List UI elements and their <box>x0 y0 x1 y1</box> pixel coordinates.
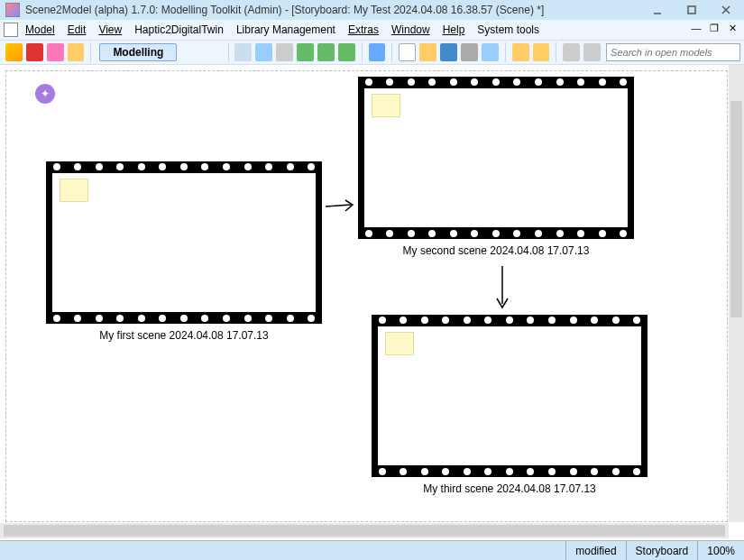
save-button[interactable] <box>440 43 457 61</box>
connector-arrow[interactable] <box>324 197 360 216</box>
menu-help[interactable]: Help <box>443 23 465 36</box>
maximize-button[interactable] <box>683 2 701 18</box>
mdi-minimize-button[interactable]: — <box>690 22 703 34</box>
menu-edit[interactable]: Edit <box>68 23 87 36</box>
frame-inner <box>51 172 317 313</box>
redo-button[interactable] <box>533 43 550 61</box>
canvas-area: ✦ My first scene 2024.04.08 17.07.13 My <box>0 65 744 538</box>
minimize-button[interactable] <box>648 2 666 18</box>
status-zoom[interactable]: 100% <box>697 541 744 560</box>
binoculars-list-button[interactable] <box>583 43 601 61</box>
frame-inner <box>377 326 642 466</box>
film-frame <box>46 161 322 324</box>
menu-system-tools[interactable]: System tools <box>477 23 539 36</box>
separator <box>391 42 392 62</box>
close-button[interactable] <box>717 2 735 18</box>
separator <box>90 42 91 62</box>
binoculars-button[interactable] <box>563 43 580 61</box>
toolbar: Modelling <box>0 40 744 65</box>
sticky-note-icon <box>372 94 400 117</box>
menu-haptic[interactable]: Haptic2DigitalTwin <box>134 23 224 36</box>
menu-model[interactable]: Model <box>25 23 55 36</box>
scene-node-first[interactable]: My first scene 2024.04.08 17.07.13 <box>46 161 322 342</box>
scene-caption: My second scene 2024.04.08 17.07.13 <box>358 244 634 257</box>
mdi-restore-button[interactable]: ❐ <box>708 22 721 34</box>
document-icon <box>4 23 18 37</box>
separator <box>362 42 363 62</box>
navigate-button[interactable] <box>369 43 386 61</box>
print-button[interactable] <box>461 43 478 61</box>
film-frame <box>358 77 634 239</box>
sticky-note-icon <box>385 332 414 355</box>
save-all-button[interactable] <box>482 43 499 61</box>
undo-button[interactable] <box>512 43 529 61</box>
film-frame <box>372 315 648 477</box>
menu-window[interactable]: Window <box>391 23 430 36</box>
frame-inner <box>363 87 629 228</box>
back-button[interactable] <box>276 43 293 61</box>
app-icon <box>5 3 20 17</box>
horizontal-scrollbar[interactable] <box>0 523 729 538</box>
connector-arrow[interactable] <box>493 264 511 313</box>
separator <box>556 42 556 62</box>
search-input[interactable] <box>606 43 740 61</box>
separator <box>228 42 229 62</box>
status-model-type: Storyboard <box>626 541 698 560</box>
home-button[interactable] <box>234 43 252 61</box>
new-button[interactable] <box>399 43 416 61</box>
sticky-note-icon <box>60 179 88 202</box>
status-modified: modified <box>565 541 625 560</box>
window-title: Scene2Model (alpha) 1.7.0: Modelling Too… <box>25 4 648 16</box>
separator <box>505 42 506 62</box>
menubar: Model Edit View Haptic2DigitalTwin Libra… <box>0 20 744 40</box>
scene-node-second[interactable]: My second scene 2024.04.08 17.07.13 <box>358 77 634 257</box>
mode-label[interactable]: Modelling <box>99 43 177 61</box>
database-button[interactable] <box>255 43 272 61</box>
svg-line-4 <box>326 205 351 207</box>
canvas[interactable]: ✦ My first scene 2024.04.08 17.07.13 My <box>5 70 728 522</box>
svg-rect-1 <box>688 6 695 14</box>
globe-refresh-button[interactable] <box>338 43 355 61</box>
edit-tool-button[interactable] <box>5 43 23 61</box>
open-button[interactable] <box>419 43 436 61</box>
scene-node-third[interactable]: My third scene 2024.04.08 17.07.13 <box>372 315 648 495</box>
model-red-button[interactable] <box>26 43 43 61</box>
storyboard-icon[interactable]: ✦ <box>35 84 55 104</box>
scene-caption: My first scene 2024.04.08 17.07.13 <box>46 329 322 342</box>
vertical-scrollbar[interactable] <box>729 65 744 522</box>
globe-forward-button[interactable] <box>317 43 335 61</box>
titlebar: Scene2Model (alpha) 1.7.0: Modelling Too… <box>0 0 744 20</box>
menu-library[interactable]: Library Management <box>236 23 335 36</box>
mdi-close-button[interactable]: ✕ <box>726 22 739 34</box>
statusbar: modified Storyboard 100% <box>0 540 744 560</box>
menu-view[interactable]: View <box>98 23 122 36</box>
puzzle-button[interactable] <box>47 43 64 61</box>
menu-extras[interactable]: Extras <box>348 23 379 36</box>
globe-back-button[interactable] <box>297 43 314 61</box>
scene-caption: My third scene 2024.04.08 17.07.13 <box>372 482 648 495</box>
folder-button[interactable] <box>68 43 85 61</box>
